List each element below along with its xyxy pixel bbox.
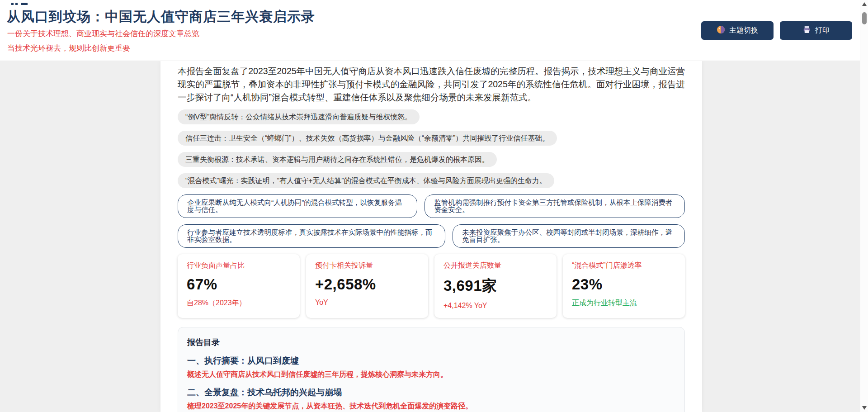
recommendation-chip: 未来投资应聚焦于办公区、校园等封闭或半封闭场景，深耕细作，避免盲目扩张。: [453, 224, 685, 248]
finding-pill: 三重失衡根源：技术承诺、资本逻辑与用户期待之间存在系统性错位，是危机爆发的根本原…: [178, 152, 497, 167]
stat-value: 3,691家: [443, 276, 547, 296]
clipped-text-artifact: [11, 3, 14, 5]
toc-item-2-desc: 梳理2023至2025年的关键发展节点，从资本狂热、技术迭代到危机全面爆发的演变…: [187, 402, 675, 411]
stat-value: 23%: [572, 276, 676, 293]
stat-card-store-closures: 公开报道关店数量 3,691家 +4,142% YoY: [434, 254, 557, 318]
page-tagline: 当技术光环褪去，规则比创新更重要: [7, 43, 130, 53]
recommendations-row: 行业参与者应建立技术透明度标准，真实披露技术在实际场景中的性能指标，而非实验室数…: [178, 224, 685, 248]
toc-item-1-heading[interactable]: 一、执行摘要：从风口到废墟: [187, 355, 675, 366]
palette-icon: [717, 25, 725, 36]
finding-pill: “倒V型”舆情反转：公众情绪从技术崇拜迅速滑向普遍质疑与维权愤怒。: [178, 109, 420, 124]
stat-card-hybrid-penetration: “混合模式”门店渗透率 23% 正成为行业转型主流: [563, 254, 685, 318]
stat-value: 67%: [187, 276, 291, 293]
theme-switch-label: 主题切换: [729, 26, 758, 35]
executive-summary-paragraph: 本报告全面复盘了2023至2025年中国无人值守商店从资本风口迅速跌入信任废墟的…: [178, 65, 685, 104]
finding-pill: 信任三连击：卫生安全（“蟑螂门”）、技术失效（高货损率）与金融风险（“余额清零”…: [178, 131, 557, 146]
stat-label: 公开报道关店数量: [443, 261, 547, 270]
recommendation-chip: 行业参与者应建立技术透明度标准，真实披露技术在实际场景中的性能指标，而非实验室数…: [178, 224, 445, 248]
recommendation-chip: 企业应果断从纯无人模式向“人机协同”的混合模式转型，以恢复服务温度与信任。: [178, 194, 417, 218]
report-content: 本报告全面复盘了2023至2025年中国无人值守商店从资本风口迅速跌入信任废墟的…: [160, 61, 702, 412]
print-label: 打印: [815, 26, 830, 35]
stat-label: 行业负面声量占比: [187, 261, 291, 270]
stat-value: +2,658%: [315, 276, 419, 293]
page-subtitle: 一份关于技术理想、商业现实与社会信任的深度文章总览: [7, 28, 199, 39]
toc-item-2-heading[interactable]: 二、全景复盘：技术乌托邦的兴起与崩塌: [187, 387, 675, 398]
stat-cards-row: 行业负面声量占比 67% 自28%（2023年） 预付卡相关投诉量 +2,658…: [178, 254, 685, 318]
stat-note: 自28%（2023年）: [187, 298, 291, 308]
report-toc: 报告目录 一、执行摘要：从风口到废墟 概述无人值守商店从技术风口到信任废墟的三年…: [178, 327, 685, 412]
clipped-text-artifact: [21, 3, 28, 5]
header-actions: 主题切换 打印: [701, 21, 852, 40]
stat-note: 正成为行业转型主流: [572, 298, 676, 308]
scrollbar-thumb[interactable]: [862, 12, 867, 24]
stat-card-negative-sentiment: 行业负面声量占比 67% 自28%（2023年）: [178, 254, 300, 318]
theme-switch-button[interactable]: 主题切换: [701, 21, 774, 40]
recommendation-chip: 监管机构需强制推行预付卡资金第三方托管或保险机制，从根本上保障消费者资金安全。: [425, 194, 685, 218]
stat-card-prepaid-complaints: 预付卡相关投诉量 +2,658% YoY: [306, 254, 428, 318]
stat-label: “混合模式”门店渗透率: [572, 261, 676, 270]
print-button[interactable]: 打印: [780, 21, 852, 40]
stat-note: YoY: [315, 298, 419, 307]
page-title: 从风口到坟场：中国无人值守商店三年兴衰启示录: [7, 8, 315, 26]
stat-label: 预付卡相关投诉量: [315, 261, 419, 270]
clipped-text-artifact: [15, 3, 18, 5]
page-header: 从风口到坟场：中国无人值守商店三年兴衰启示录 一份关于技术理想、商业现实与社会信…: [0, 0, 860, 61]
printer-icon: [802, 25, 811, 36]
key-findings-list: “倒V型”舆情反转：公众情绪从技术崇拜迅速滑向普遍质疑与维权愤怒。 信任三连击：…: [178, 109, 685, 188]
stat-note: +4,142% YoY: [443, 302, 547, 310]
toc-title: 报告目录: [187, 337, 675, 347]
finding-pill: “混合模式”曙光：实践证明，“有人值守+无人结算”的混合模式在平衡成本、体验与风…: [178, 173, 554, 188]
vertical-scrollbar[interactable]: [860, 0, 868, 412]
recommendations-row: 企业应果断从纯无人模式向“人机协同”的混合模式转型，以恢复服务温度与信任。 监管…: [178, 194, 685, 218]
scroll-down-arrow-icon[interactable]: [862, 406, 867, 410]
scroll-up-arrow-icon[interactable]: [862, 2, 867, 6]
toc-item-1-desc: 概述无人值守商店从技术风口到信任废墟的三年历程，提炼核心洞察与未来方向。: [187, 370, 675, 379]
